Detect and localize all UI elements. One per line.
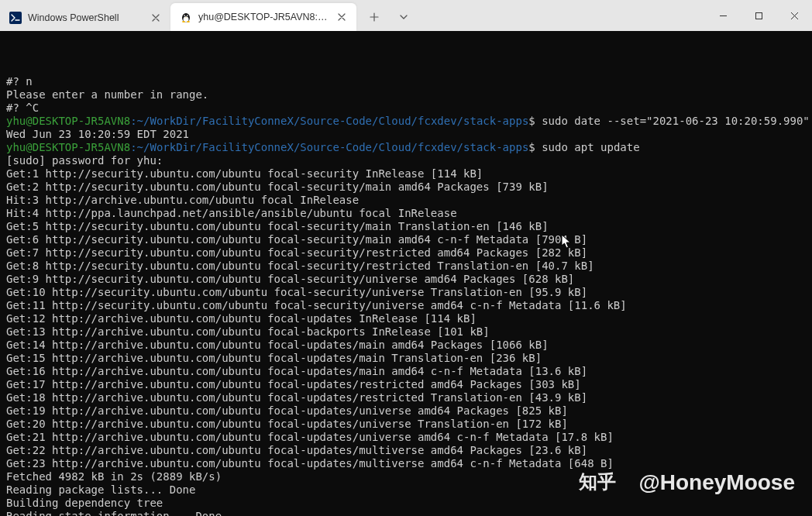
- tux-icon: [180, 11, 192, 23]
- terminal-line: Get:9 http://security.ubuntu.com/ubuntu …: [6, 273, 806, 286]
- terminal-line: Get:2 http://security.ubuntu.com/ubuntu …: [6, 181, 806, 194]
- tab-wsl[interactable]: yhu@DESKTOP-JR5AVN8: ~/Wo: [170, 3, 356, 31]
- terminal-line: Get:13 http://archive.ubuntu.com/ubuntu …: [6, 325, 806, 339]
- minimize-button[interactable]: [705, 0, 741, 31]
- terminal-line: Get:21 http://archive.ubuntu.com/ubuntu …: [6, 431, 806, 444]
- window-close-button[interactable]: [776, 0, 812, 31]
- terminal-line: Get:17 http://archive.ubuntu.com/ubuntu …: [6, 378, 806, 391]
- terminal-line: Hit:4 http://ppa.launchpad.net/ansible/a…: [6, 207, 806, 220]
- terminal-line: Get:5 http://security.ubuntu.com/ubuntu …: [6, 220, 806, 233]
- terminal-line: Reading package lists... Done: [6, 483, 806, 497]
- terminal-line: Get:6 http://security.ubuntu.com/ubuntu …: [6, 233, 806, 246]
- svg-rect-0: [9, 12, 22, 24]
- svg-point-6: [187, 15, 188, 16]
- terminal-line: Get:22 http://archive.ubuntu.com/ubuntu …: [6, 444, 806, 457]
- maximize-button[interactable]: [741, 0, 776, 31]
- tab-label: yhu@DESKTOP-JR5AVN8: ~/Wo: [198, 12, 329, 22]
- terminal-line: Get:8 http://security.ubuntu.com/ubuntu …: [6, 260, 806, 273]
- terminal-line: Get:16 http://archive.ubuntu.com/ubuntu …: [6, 365, 806, 378]
- terminal-line: Get:18 http://archive.ubuntu.com/ubuntu …: [6, 391, 806, 404]
- tab-powershell[interactable]: Windows PowerShell: [0, 5, 170, 31]
- svg-point-8: [187, 21, 190, 22]
- tab-actions: [356, 0, 417, 31]
- terminal-line: Fetched 4982 kB in 2s (2889 kB/s): [6, 470, 806, 483]
- terminal-line: Get:19 http://archive.ubuntu.com/ubuntu …: [6, 404, 806, 418]
- window-controls: [705, 0, 812, 31]
- new-tab-button[interactable]: [361, 4, 387, 30]
- terminal-line: Get:11 http://security.ubuntu.com/ubuntu…: [6, 299, 806, 312]
- terminal-line: Please enter a number in range.: [6, 88, 806, 101]
- terminal-line: Get:12 http://archive.ubuntu.com/ubuntu …: [6, 312, 806, 325]
- terminal-line: Get:23 http://archive.ubuntu.com/ubuntu …: [6, 457, 806, 470]
- terminal-line: yhu@DESKTOP-JR5AVN8:~/WorkDir/FacilityCo…: [6, 141, 806, 154]
- terminal-viewport[interactable]: #? nPlease enter a number in range.#? ^C…: [0, 31, 812, 516]
- svg-point-5: [184, 15, 185, 16]
- terminal-line: Get:10 http://security.ubuntu.com/ubuntu…: [6, 286, 806, 299]
- terminal-line: #? n: [6, 75, 806, 88]
- svg-rect-9: [755, 12, 762, 19]
- terminal-line: [sudo] password for yhu:: [6, 154, 806, 167]
- terminal-line: Get:7 http://security.ubuntu.com/ubuntu …: [6, 246, 806, 260]
- titlebar-drag-region[interactable]: [417, 0, 705, 31]
- tab-strip: Windows PowerShell yhu@DESKTOP-JR5AVN8: …: [0, 0, 356, 31]
- tab-close-icon[interactable]: [149, 11, 163, 25]
- terminal-line: Wed Jun 23 10:20:59 EDT 2021: [6, 128, 806, 141]
- tab-label: Windows PowerShell: [28, 12, 143, 23]
- terminal-line: Get:20 http://archive.ubuntu.com/ubuntu …: [6, 418, 806, 431]
- terminal-line: Building dependency tree: [6, 497, 806, 510]
- tab-close-icon[interactable]: [335, 10, 349, 24]
- terminal-line: yhu@DESKTOP-JR5AVN8:~/WorkDir/FacilityCo…: [6, 115, 806, 128]
- terminal-line: Get:14 http://archive.ubuntu.com/ubuntu …: [6, 339, 806, 352]
- titlebar: Windows PowerShell yhu@DESKTOP-JR5AVN8: …: [0, 0, 812, 31]
- tab-dropdown-button[interactable]: [391, 4, 417, 30]
- terminal-line: Get:15 http://archive.ubuntu.com/ubuntu …: [6, 352, 806, 365]
- terminal-line: Reading state information... Done: [6, 510, 806, 516]
- powershell-icon: [9, 12, 22, 24]
- terminal-line: Hit:3 http://archive.ubuntu.com/ubuntu f…: [6, 194, 806, 207]
- terminal-line: #? ^C: [6, 101, 806, 115]
- terminal-line: Get:1 http://security.ubuntu.com/ubuntu …: [6, 167, 806, 181]
- svg-point-7: [182, 21, 185, 22]
